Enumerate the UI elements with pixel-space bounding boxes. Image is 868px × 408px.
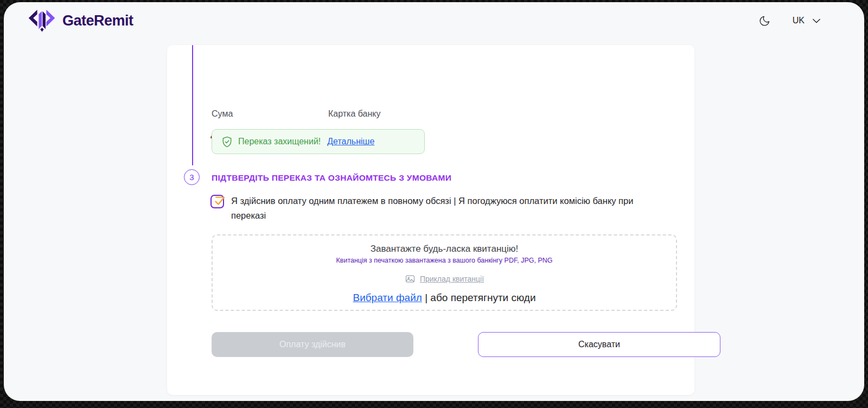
confirmation-row: Я здійснив оплату одним платежем в повно…: [210, 194, 644, 223]
image-icon: [405, 273, 416, 284]
confirmation-checkbox[interactable]: [210, 195, 224, 208]
amount-label: Сума: [212, 109, 233, 119]
action-buttons: Оплату здійснив Скасувати: [212, 332, 677, 357]
header: GateRemit UK: [4, 2, 864, 39]
language-code: UK: [793, 16, 805, 25]
step-title: ПІДТВЕРДІТЬ ПЕРЕКАЗ ТА ОЗНАЙОМТЕСЬ З УМО…: [212, 173, 451, 183]
drag-drop-text: | або перетягнути сюди: [425, 292, 535, 303]
brand-logo[interactable]: GateRemit: [27, 9, 133, 33]
dropzone-subtitle: Квитанція з печаткою завантажена з вашог…: [213, 257, 676, 264]
dropzone-title: Завантажте будь-ласка квитанцію!: [213, 244, 676, 254]
bank-card-label: Картка банку: [328, 109, 381, 119]
step-connector-line: [192, 45, 193, 165]
security-message: Переказ захищений!: [238, 137, 321, 146]
language-selector[interactable]: UK: [793, 16, 821, 25]
gateremit-logo-icon: [27, 9, 57, 33]
header-controls: UK: [758, 15, 821, 27]
moon-icon: [758, 15, 771, 27]
receipt-example-link[interactable]: Приклад квитанції: [420, 275, 484, 283]
receipt-dropzone[interactable]: Завантажте будь-ласка квитанцію! Квитанц…: [212, 234, 677, 311]
security-banner: Переказ захищений! Детальніше: [212, 129, 425, 154]
payment-done-button[interactable]: Оплату здійснив: [212, 332, 413, 357]
chevron-down-icon: [812, 18, 821, 23]
dark-mode-toggle[interactable]: [758, 15, 771, 27]
cancel-button[interactable]: Скасувати: [478, 332, 720, 357]
brand-name: GateRemit: [62, 12, 133, 29]
receipt-example-row: Приклад квитанції: [213, 273, 676, 284]
step-number-badge: 3: [184, 169, 200, 185]
security-details-link[interactable]: Детальніше: [327, 137, 374, 146]
choose-file-row: Вибрати файл | або перетягнути сюди: [213, 292, 676, 304]
shield-check-icon: [221, 136, 233, 148]
app-window: GateRemit UK Сума: [4, 2, 864, 401]
confirmation-text: Я здійснив оплату одним платежем в повно…: [231, 194, 641, 223]
choose-file-link[interactable]: Вибрати файл: [353, 292, 422, 303]
transfer-card: Сума Картка банку 4 000 UAH Інший: [167, 45, 694, 395]
